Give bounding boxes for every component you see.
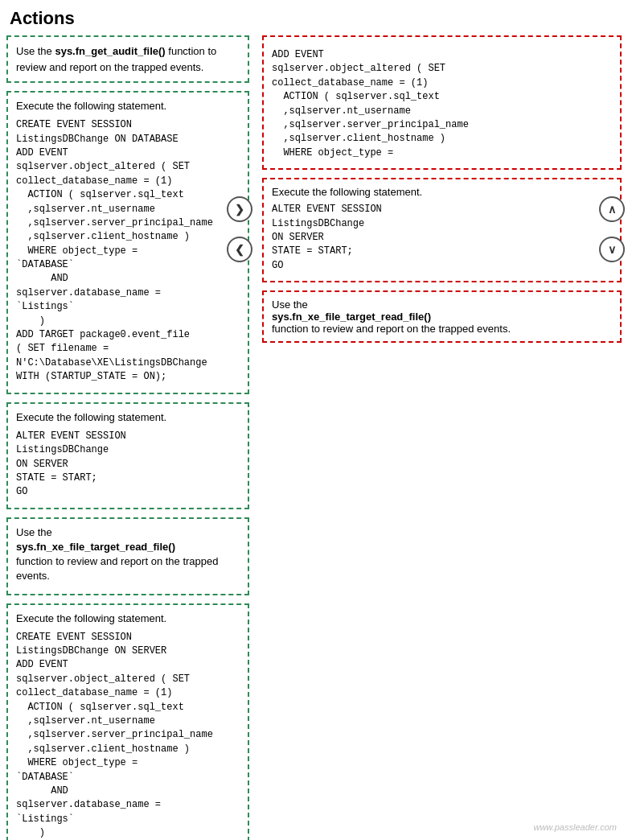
left-card-4-code: CREATE EVENT SESSION ListingsDBChange ON… (16, 631, 240, 840)
intro-bold1: sys.fn_get_audit_file() (55, 45, 165, 57)
right-card-bottom-text: Use thesys.fn_xe_file_target_read_file()… (272, 299, 612, 335)
nav-back-button[interactable]: ❮ (227, 237, 252, 262)
left-card-2-code: ALTER EVENT SESSION ListingsDBChange ON … (16, 430, 240, 500)
watermark: www.passleader.com (533, 822, 617, 832)
left-card-2-label: Execute the following statement. (16, 410, 240, 425)
right-card-bottom-bold: sys.fn_xe_file_target_read_file() (272, 311, 431, 323)
right-card-bottom: Use thesys.fn_xe_file_target_read_file()… (262, 290, 622, 343)
left-card-3-bold: sys.fn_xe_file_target_read_file() (16, 541, 175, 553)
left-card-3-text: Use thesys.fn_xe_file_target_read_file()… (16, 525, 240, 584)
left-column: Use the sys.fn_get_audit_file() function… (0, 35, 256, 840)
nav-center: ❯ ❮ (227, 196, 252, 262)
right-card-middle: Execute the following statement. ALTER E… (262, 178, 622, 282)
left-card-1-label: Execute the following statement. (16, 99, 240, 113)
nav-up-button[interactable]: ∧ (599, 196, 625, 222)
left-card-3: Use thesys.fn_xe_file_target_read_file()… (6, 517, 249, 595)
nav-forward-button[interactable]: ❯ (227, 196, 252, 222)
left-card-4: Execute the following statement. CREATE … (6, 603, 249, 841)
left-card-3-text2: function to review and report on the tra… (16, 555, 219, 582)
right-card-top: ADD EVENT sqlserver.object_altered ( SET… (262, 35, 622, 170)
left-card-4-label: Execute the following statement. (16, 611, 240, 626)
right-card-middle-label: Execute the following statement. (272, 186, 612, 198)
right-card-top-code: ADD EVENT sqlserver.object_altered ( SET… (272, 48, 612, 160)
right-card-bottom-text2: function to review and report on the tra… (272, 323, 511, 335)
left-card-1: Execute the following statement. CREATE … (6, 91, 249, 394)
right-column: ADD EVENT sqlserver.object_altered ( SET… (256, 35, 628, 840)
intro-text1: Use the (16, 45, 55, 57)
left-card-2: Execute the following statement. ALTER E… (6, 402, 249, 509)
page-title: Actions (0, 0, 628, 35)
left-card-1-code: CREATE EVENT SESSION ListingsDBChange ON… (16, 118, 240, 384)
nav-down-button[interactable]: ∨ (599, 237, 625, 262)
nav-right: ∧ ∨ (599, 196, 625, 262)
right-card-middle-code: ALTER EVENT SESSION ListingsDBChange ON … (272, 203, 612, 273)
intro-card: Use the sys.fn_get_audit_file() function… (6, 35, 249, 83)
